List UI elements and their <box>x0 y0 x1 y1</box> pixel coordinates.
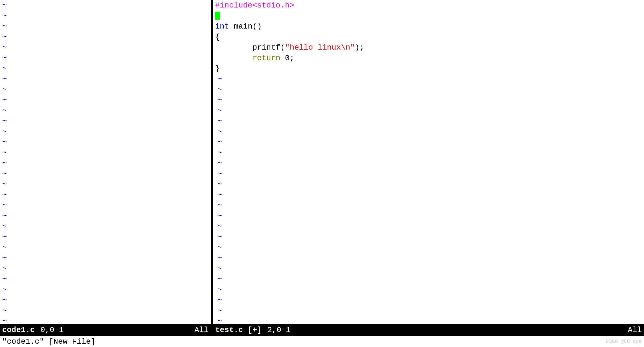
left-filename: code1.c <box>2 326 35 334</box>
list-item: ~ <box>0 126 211 137</box>
list-item: ~ <box>214 274 644 284</box>
right-position: 2,0-1 <box>267 326 291 334</box>
list-item: ~ <box>0 274 211 284</box>
list-item: ~ <box>0 190 211 200</box>
list-item: ~ <box>214 295 644 305</box>
list-item: ~ <box>0 221 211 232</box>
pane-divider <box>211 0 213 324</box>
list-item: ~ <box>0 169 211 179</box>
list-item: ~ <box>214 105 644 116</box>
list-item: ~ <box>0 0 211 11</box>
cmdline: "code1.c" [New File] CSGO @CG age <box>0 336 644 347</box>
list-item: ~ <box>214 253 644 263</box>
cmdline-text: "code1.c" [New File] <box>2 337 95 346</box>
list-item: ~ <box>0 116 211 126</box>
list-item: ~ <box>214 84 644 95</box>
list-item: ~ <box>214 147 644 158</box>
list-item: ~ <box>214 211 644 221</box>
status-bar: code1.c 0,0-1 All test.c [+] 2,0-1 All <box>0 324 644 336</box>
list-item: ~ <box>0 305 211 316</box>
editor-container: ~ ~ ~ ~ ~ ~ ~ ~ ~ ~ ~ ~ ~ ~ ~ ~ ~ ~ ~ ~ … <box>0 0 644 324</box>
list-item: ~ <box>0 179 211 190</box>
list-item: ~ <box>214 284 644 295</box>
left-position: 0,0-1 <box>40 326 64 334</box>
left-pane[interactable]: ~ ~ ~ ~ ~ ~ ~ ~ ~ ~ ~ ~ ~ ~ ~ ~ ~ ~ ~ ~ … <box>0 0 211 324</box>
right-filename: test.c [+] <box>215 326 262 334</box>
list-item: ~ <box>214 126 644 137</box>
list-item: ~ <box>0 95 211 105</box>
list-item: ~ <box>0 21 211 32</box>
list-item: ~ <box>214 242 644 253</box>
list-item: ~ <box>214 305 644 316</box>
left-editor-lines[interactable]: ~ ~ ~ ~ ~ ~ ~ ~ ~ ~ ~ ~ ~ ~ ~ ~ ~ ~ ~ ~ … <box>0 0 211 324</box>
list-item: ~ <box>0 147 211 158</box>
list-item: ~ <box>214 169 644 179</box>
list-item: ~ <box>0 242 211 253</box>
list-item: ~ <box>0 158 211 169</box>
list-item: printf("hello linux\n"); <box>214 42 644 53</box>
right-pane[interactable]: #include<stdio.h> int main() { printf("h… <box>213 0 644 324</box>
list-item: ~ <box>214 116 644 126</box>
status-pane-divider <box>211 324 213 336</box>
list-item: ~ <box>0 42 211 53</box>
list-item: ~ <box>214 232 644 242</box>
list-item: ~ <box>214 190 644 200</box>
list-item: ~ <box>0 232 211 242</box>
right-editor-lines[interactable]: #include<stdio.h> int main() { printf("h… <box>213 0 644 324</box>
list-item: ~ <box>0 263 211 274</box>
right-status: test.c [+] 2,0-1 All <box>213 326 644 334</box>
right-scroll: All <box>628 326 644 334</box>
list-item: ~ <box>0 295 211 305</box>
cursor-line <box>214 11 644 21</box>
watermark: CSGO @CG age <box>606 339 644 344</box>
list-item: ~ <box>0 32 211 42</box>
list-item: ~ <box>214 200 644 211</box>
list-item: ~ <box>0 11 211 21</box>
list-item: { <box>214 32 644 42</box>
left-status: code1.c 0,0-1 All <box>0 326 211 334</box>
list-item: ~ <box>214 179 644 190</box>
list-item: ~ <box>0 53 211 63</box>
left-scroll: All <box>195 326 211 334</box>
list-item: int main() <box>214 21 644 32</box>
list-item: ~ <box>0 63 211 74</box>
list-item: ~ <box>214 158 644 169</box>
list-item: ~ <box>0 253 211 263</box>
list-item: ~ <box>0 74 211 84</box>
list-item: ~ <box>214 95 644 105</box>
list-item: return 0; <box>214 53 644 63</box>
list-item: ~ <box>214 221 644 232</box>
list-item: ~ <box>0 316 211 324</box>
list-item: ~ <box>0 105 211 116</box>
list-item: ~ <box>214 316 644 324</box>
list-item: ~ <box>0 200 211 211</box>
list-item: ~ <box>0 211 211 221</box>
list-item: ~ <box>0 84 211 95</box>
list-item: ~ <box>214 263 644 274</box>
list-item: ~ <box>214 137 644 147</box>
list-item: ~ <box>0 137 211 147</box>
list-item: } <box>214 63 644 74</box>
list-item: #include<stdio.h> <box>214 0 644 11</box>
list-item: ~ <box>214 74 644 84</box>
cursor-block <box>215 12 220 20</box>
list-item: ~ <box>0 284 211 295</box>
